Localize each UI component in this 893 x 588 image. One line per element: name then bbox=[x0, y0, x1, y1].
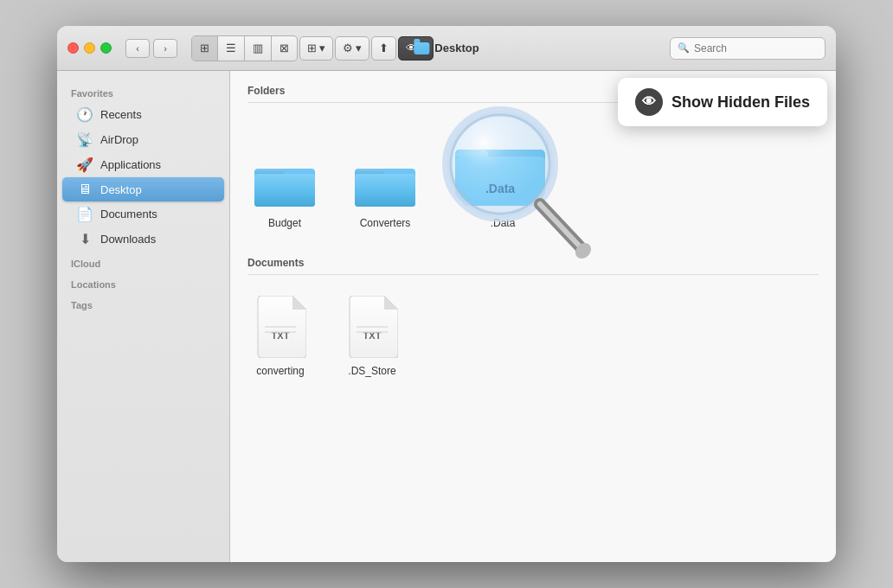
columns-icon: ▥ bbox=[253, 42, 263, 54]
folder-icon-converters bbox=[355, 162, 415, 210]
back-icon: ‹ bbox=[136, 43, 139, 54]
file-item-ds-store[interactable]: TXT .DS_Store bbox=[339, 289, 405, 384]
file-label-converting: converting bbox=[256, 365, 304, 377]
arrange-icon: ⊞ bbox=[307, 42, 317, 54]
svg-line-12 bbox=[540, 204, 581, 247]
search-icon: 🔍 bbox=[678, 42, 690, 54]
arrange-chevron: ▾ bbox=[319, 42, 325, 54]
maximize-button[interactable] bbox=[100, 42, 112, 54]
downloads-icon: ⬇ bbox=[76, 231, 93, 247]
folder-label-budget: Budget bbox=[268, 217, 301, 229]
title-folder-icon bbox=[414, 42, 429, 54]
view-buttons: ⊞ ☰ ▥ ⊠ ⊞ ▾ ⚙ ▾ ⬆ bbox=[191, 35, 434, 61]
locations-label: Locations bbox=[57, 272, 229, 293]
finder-window: ‹ › ⊞ ☰ ▥ ⊠ ⊞ bbox=[57, 26, 836, 562]
sidebar-item-desktop[interactable]: 🖥 Desktop bbox=[62, 177, 224, 201]
arrange-button[interactable]: ⊞ ▾ bbox=[299, 36, 333, 61]
hidden-files-popup: 👁 Show Hidden Files bbox=[618, 78, 827, 126]
action-chevron: ▾ bbox=[356, 42, 362, 54]
popup-eye-icon: 👁 bbox=[635, 88, 663, 116]
sidebar-item-label: Applications bbox=[100, 158, 161, 171]
txt-icon-ds-store: TXT bbox=[346, 296, 398, 358]
back-button[interactable]: ‹ bbox=[125, 39, 150, 58]
sidebar-item-documents[interactable]: 📄 Documents bbox=[62, 201, 224, 227]
txt-icon-converting: TXT bbox=[254, 296, 306, 358]
grid-icon: ⊞ bbox=[200, 42, 209, 54]
icon-view-button[interactable]: ⊞ bbox=[192, 36, 218, 61]
content-area: Folders bbox=[230, 71, 836, 562]
applications-icon: 🚀 bbox=[76, 157, 93, 173]
share-button[interactable]: ⬆ bbox=[371, 36, 396, 61]
icloud-label: iCloud bbox=[57, 252, 229, 272]
recents-icon: 🕐 bbox=[76, 106, 93, 123]
close-button[interactable] bbox=[67, 42, 79, 54]
sidebar-item-label: Recents bbox=[100, 108, 142, 121]
file-item-converting[interactable]: TXT converting bbox=[247, 289, 313, 384]
traffic-lights bbox=[67, 42, 112, 54]
gear-icon: ⚙ bbox=[343, 42, 353, 54]
popup-label: Show Hidden Files bbox=[671, 93, 810, 112]
airdrop-icon: 📡 bbox=[76, 131, 93, 148]
titlebar: ‹ › ⊞ ☰ ▥ ⊠ ⊞ bbox=[57, 26, 836, 71]
folders-grid: Budget bbox=[247, 117, 819, 236]
column-view-button[interactable]: ▥ bbox=[245, 36, 272, 61]
sidebar-item-label: Downloads bbox=[100, 233, 156, 246]
eye-symbol: 👁 bbox=[642, 94, 656, 110]
sidebar-item-label: AirDrop bbox=[100, 133, 138, 146]
favorites-label: Favorites bbox=[57, 81, 229, 102]
documents-grid: TXT converting bbox=[247, 289, 819, 384]
folder-item-budget[interactable]: Budget bbox=[247, 155, 322, 236]
gallery-view-button[interactable]: ⊠ bbox=[272, 36, 297, 61]
tags-label: Tags bbox=[57, 293, 229, 314]
documents-icon: 📄 bbox=[76, 206, 93, 222]
sidebar-item-downloads[interactable]: ⬇ Downloads bbox=[62, 227, 224, 252]
gallery-icon: ⊠ bbox=[279, 42, 289, 54]
desktop-icon: 🖥 bbox=[76, 182, 93, 197]
search-input[interactable] bbox=[694, 42, 818, 54]
share-icon: ⬆ bbox=[379, 42, 389, 54]
sidebar: Favorites 🕐 Recents 📡 AirDrop 🚀 Applicat… bbox=[57, 71, 230, 562]
list-view-button[interactable]: ☰ bbox=[218, 36, 245, 61]
folder-item-data[interactable]: .Data .Data bbox=[448, 117, 557, 236]
list-icon: ☰ bbox=[226, 42, 236, 54]
search-bar[interactable]: 🔍 bbox=[670, 37, 826, 60]
view-mode-group: ⊞ ☰ ▥ ⊠ bbox=[191, 35, 298, 61]
forward-button[interactable]: › bbox=[153, 39, 177, 58]
main-area: Favorites 🕐 Recents 📡 AirDrop 🚀 Applicat… bbox=[57, 71, 836, 562]
sidebar-item-label: Documents bbox=[100, 208, 157, 220]
sidebar-item-applications[interactable]: 🚀 Applications bbox=[62, 152, 224, 177]
sidebar-item-airdrop[interactable]: 📡 AirDrop bbox=[62, 127, 224, 152]
minimize-button[interactable] bbox=[84, 42, 95, 54]
file-label-ds-store: .DS_Store bbox=[348, 365, 395, 377]
folder-icon-budget bbox=[254, 162, 315, 210]
forward-icon: › bbox=[164, 43, 167, 54]
sidebar-item-label: Desktop bbox=[100, 183, 142, 196]
action-button[interactable]: ⚙ ▾ bbox=[335, 36, 369, 61]
svg-rect-3 bbox=[355, 174, 415, 207]
window-title: Desktop bbox=[434, 42, 479, 54]
titlebar-center: Desktop bbox=[414, 42, 479, 54]
svg-rect-1 bbox=[254, 174, 315, 207]
sidebar-item-recents[interactable]: 🕐 Recents bbox=[62, 102, 224, 127]
folder-item-converters[interactable]: Converters bbox=[348, 155, 422, 236]
navigation-buttons: ‹ › bbox=[125, 39, 177, 58]
folder-label-converters: Converters bbox=[360, 217, 411, 229]
